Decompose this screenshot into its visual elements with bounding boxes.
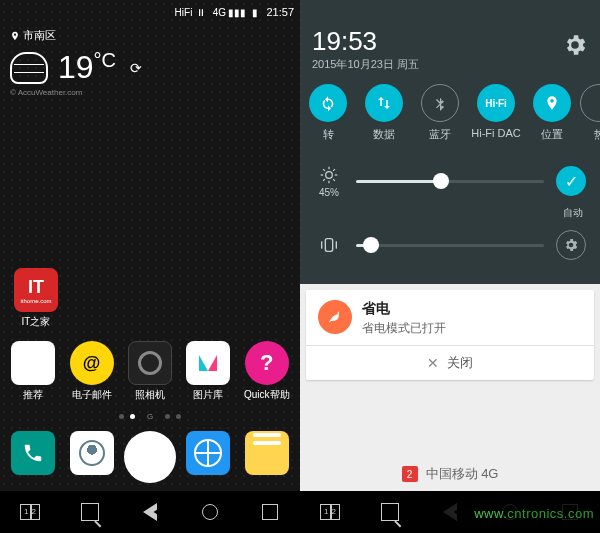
status-bar: HiFi ⏸ 4G ▮▮▮ ▮ 21:57 <box>0 0 300 24</box>
weather-location[interactable]: 市南区 <box>0 24 300 43</box>
toggle-bluetooth[interactable]: 蓝牙 <box>412 84 468 142</box>
svg-line-6 <box>333 179 335 181</box>
toggle-rotate[interactable]: 转 <box>300 84 356 142</box>
leaf-icon <box>318 300 352 334</box>
dock-messages[interactable] <box>241 431 293 483</box>
weather-widget[interactable]: 19°C ⟳ <box>0 43 300 88</box>
nav-qslide[interactable] <box>369 496 411 528</box>
phone-icon <box>11 431 55 475</box>
volume-settings-button[interactable] <box>554 228 588 262</box>
gear-icon <box>562 32 588 58</box>
settings-button[interactable] <box>562 32 588 58</box>
quick-toggles[interactable]: 转 数据 蓝牙 Hi·Fi Hi-Fi DAC 位置 热 <box>300 80 600 152</box>
notification-close-action[interactable]: ✕ 关闭 <box>306 345 594 380</box>
app-gallery[interactable]: 图片库 <box>182 341 234 402</box>
page-indicator[interactable]: G <box>0 408 300 425</box>
vibrate-icon <box>318 234 340 256</box>
bluetooth-icon <box>421 84 459 122</box>
vibrate-icon: ⏸ <box>194 5 208 19</box>
brightness-icon <box>319 165 339 185</box>
brand-g: G <box>147 412 153 421</box>
hifi-icon: Hi·Fi <box>477 84 515 122</box>
app-ithome[interactable]: IT ithome.com IT之家 <box>10 268 62 329</box>
nav-home[interactable] <box>189 496 231 528</box>
shade-header: 19:53 2015年10月23日 周五 <box>300 22 600 80</box>
battery-icon: ▮ <box>248 5 262 19</box>
pin-icon <box>10 31 20 41</box>
auto-label: 自动 <box>556 206 590 220</box>
location-icon <box>533 84 571 122</box>
app-email[interactable]: @ 电子邮件 <box>66 341 118 402</box>
watermark: www.www.cntronics.comcntronics.com <box>474 506 594 521</box>
nav-dual-window[interactable]: 12 <box>9 496 51 528</box>
dock-browser[interactable] <box>182 431 234 483</box>
weather-unit: °C <box>94 49 116 71</box>
rotate-icon <box>309 84 347 122</box>
contacts-icon <box>70 431 114 475</box>
brightness-slider[interactable]: 45% ✓ <box>310 156 590 206</box>
apps-icon <box>124 431 176 483</box>
nav-qslide[interactable] <box>69 496 111 528</box>
nav-bar: 12 <box>0 491 300 533</box>
brightness-auto-toggle[interactable]: ✓ <box>554 164 588 198</box>
toggle-hotspot[interactable]: 热 <box>580 84 600 142</box>
carrier-row: 2 中国移动 4G <box>300 457 600 491</box>
volume-slider[interactable] <box>310 220 590 270</box>
gear-icon <box>556 230 586 260</box>
nav-recent[interactable] <box>249 496 291 528</box>
mail-icon: @ <box>70 341 114 385</box>
weather-temp: 19 <box>58 49 94 85</box>
gallery-icon <box>186 341 230 385</box>
camera-icon <box>128 341 172 385</box>
toggle-hifi-dac[interactable]: Hi·Fi Hi-Fi DAC <box>468 84 524 142</box>
status-time: 21:57 <box>266 6 294 18</box>
status-bar-right <box>300 0 600 22</box>
dock-phone[interactable] <box>7 431 59 483</box>
help-icon: ? <box>245 341 289 385</box>
svg-line-8 <box>333 169 335 171</box>
close-icon: ✕ <box>427 355 439 371</box>
notification-shade: 19:53 2015年10月23日 周五 转 数据 蓝牙 Hi·Fi <box>300 0 600 533</box>
notification-battery-saver[interactable]: 省电 省电模式已打开 ✕ 关闭 <box>306 290 594 380</box>
app-camera[interactable]: 照相机 <box>124 341 176 402</box>
folder-icon <box>11 341 55 385</box>
svg-line-7 <box>323 179 325 181</box>
refresh-icon[interactable]: ⟳ <box>130 60 142 76</box>
shade-time: 19:53 <box>312 26 419 57</box>
sim-badge: 2 <box>402 466 418 482</box>
svg-rect-9 <box>325 239 332 252</box>
home-screen: HiFi ⏸ 4G ▮▮▮ ▮ 21:57 市南区 19°C ⟳ © AccuW… <box>0 0 300 533</box>
app-ithome-badge: IT <box>28 277 44 298</box>
notification-title: 省电 <box>362 300 582 318</box>
nav-dual-window[interactable]: 12 <box>309 496 351 528</box>
check-icon: ✓ <box>556 166 586 196</box>
carrier-name: 中国移动 4G <box>426 465 499 483</box>
toggle-location[interactable]: 位置 <box>524 84 580 142</box>
weather-fog-icon <box>10 52 48 84</box>
shade-date: 2015年10月23日 周五 <box>312 57 419 72</box>
toggle-data[interactable]: 数据 <box>356 84 412 142</box>
messages-icon <box>245 431 289 475</box>
nav-back[interactable] <box>129 496 171 528</box>
globe-icon <box>186 431 230 475</box>
hotspot-icon <box>580 84 600 122</box>
brightness-value-label: 45% <box>319 187 339 198</box>
nav-back[interactable] <box>429 496 471 528</box>
signal-4g-icon: 4G <box>212 5 226 19</box>
app-folder-recommend[interactable]: 推荐 <box>7 341 59 402</box>
weather-attribution: © AccuWeather.com <box>0 88 300 97</box>
data-icon <box>365 84 403 122</box>
dock-contacts[interactable] <box>66 431 118 483</box>
notification-subtitle: 省电模式已打开 <box>362 320 582 337</box>
signal-icon: ▮▮▮ <box>230 5 244 19</box>
svg-point-0 <box>326 171 333 178</box>
svg-line-5 <box>323 169 325 171</box>
app-quickhelp[interactable]: ? Quick帮助 <box>241 341 293 402</box>
hifi-icon: HiFi <box>176 5 190 19</box>
sliders-panel: 45% ✓ 自动 <box>300 152 600 284</box>
dock-apps[interactable] <box>124 431 176 483</box>
